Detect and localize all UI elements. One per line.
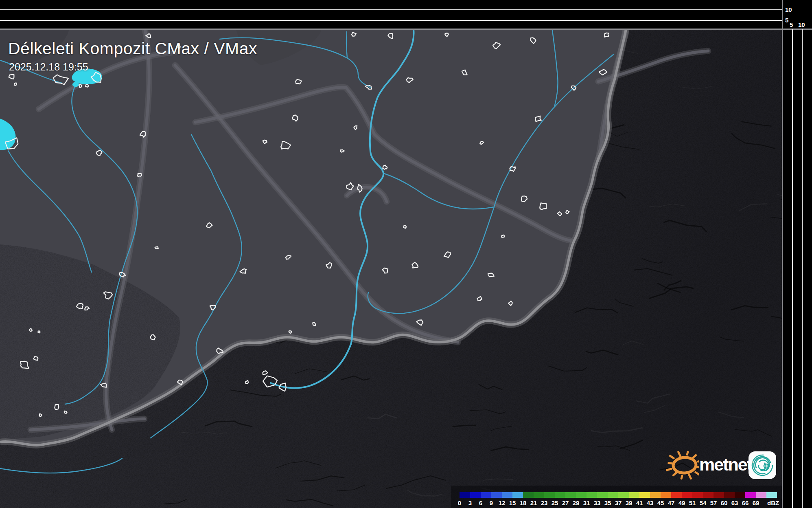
dbz-cell-60 xyxy=(724,492,735,498)
settlement-outline xyxy=(462,70,467,75)
settlement-outline xyxy=(263,140,267,144)
dbz-tick-label: 33 xyxy=(594,499,601,506)
settlement-outline xyxy=(281,141,291,149)
dbz-tick-label: 47 xyxy=(668,499,675,506)
settlement-outline xyxy=(540,203,547,209)
dbz-cell-39 xyxy=(629,492,639,498)
dbz-tick-label: 37 xyxy=(615,499,622,506)
settlement-outline xyxy=(501,235,504,238)
dbz-colorbar xyxy=(460,492,777,498)
settlement-outline xyxy=(508,301,512,306)
settlement-outline xyxy=(445,33,449,37)
dbz-cell-25 xyxy=(555,492,565,498)
dbz-cell-27 xyxy=(565,492,576,498)
settlement-outline xyxy=(521,196,527,202)
settlement-outline xyxy=(341,150,344,152)
dbz-cell-15 xyxy=(512,492,523,498)
dbz-cell-18 xyxy=(523,492,534,498)
ruler-h-tick-5 xyxy=(0,20,782,21)
page-title: Délkeleti Kompozit CMax / VMax xyxy=(8,39,257,58)
map-timestamp: 2025.12.18 19:55 xyxy=(9,61,88,73)
dbz-tick-label: 60 xyxy=(721,499,728,506)
ruler-label-h10: 10 xyxy=(798,21,805,28)
dbz-tick-label: 6 xyxy=(479,499,482,506)
settlement-outline xyxy=(388,33,393,39)
dbz-cell-57 xyxy=(714,492,724,498)
dbz-tick-label: 35 xyxy=(604,499,611,506)
lake-2 xyxy=(0,117,15,150)
dbz-tick-label: 69 xyxy=(753,499,759,506)
metnet-app-icon xyxy=(748,451,777,479)
settlement-outline xyxy=(366,85,372,89)
settlement-outline xyxy=(488,273,494,277)
dbz-cell-35 xyxy=(608,492,618,498)
dbz-unit-label: dBZ xyxy=(767,499,779,506)
dbz-cell-41 xyxy=(639,492,650,498)
road-soft-1 xyxy=(39,52,175,109)
settlement-outline xyxy=(604,33,609,37)
dbz-tick-label: 31 xyxy=(583,499,590,506)
dbz-cell-max xyxy=(766,492,777,498)
settlement-outline xyxy=(326,263,331,268)
radar-map-canvas xyxy=(0,29,782,508)
settlement-outline xyxy=(493,42,500,48)
settlement-outline xyxy=(407,78,413,83)
dbz-tick-label: 51 xyxy=(689,499,696,506)
dbz-cell-66 xyxy=(745,492,756,498)
dbz-cell-37 xyxy=(618,492,629,498)
river-8 xyxy=(552,29,558,107)
dbz-tick-label: 63 xyxy=(731,499,738,506)
metnet-wordmark: metnet xyxy=(699,455,752,475)
dbz-cell-49 xyxy=(682,492,692,498)
map-right-frame-line xyxy=(782,0,783,508)
ruler-label-h5: 5 xyxy=(790,21,793,28)
river-5 xyxy=(346,32,347,58)
dbz-cell-69 xyxy=(756,492,766,498)
settlement-outline xyxy=(286,255,291,259)
basemap-svg xyxy=(0,29,782,508)
dbz-cell-43 xyxy=(650,492,661,498)
settlement-outline xyxy=(599,70,607,75)
settlement-outline xyxy=(240,269,246,273)
dbz-tick-label: 15 xyxy=(509,499,516,506)
dbz-tick-label: 27 xyxy=(562,499,569,506)
settlement-outline xyxy=(9,75,14,79)
dbz-cell-31 xyxy=(587,492,597,498)
settlement-outline xyxy=(531,38,536,44)
dbz-tick-label: 18 xyxy=(520,499,527,506)
dbz-tick-label: 9 xyxy=(490,499,493,506)
dbz-cell-12 xyxy=(502,492,512,498)
dbz-tick-label: 41 xyxy=(636,499,643,506)
dbz-cell-47 xyxy=(671,492,682,498)
relief-texture-east xyxy=(0,29,782,508)
dbz-tick-labels: 0369121518212325272931333537394143454749… xyxy=(460,499,781,507)
settlement-outline xyxy=(155,247,158,249)
dbz-tick-label: 45 xyxy=(657,499,664,506)
settlement-outline xyxy=(14,83,17,86)
ruler-h-tick-10 xyxy=(0,9,782,10)
settlement-outline xyxy=(477,297,482,301)
dbz-cell-45 xyxy=(661,492,671,498)
map-top-frame-line xyxy=(0,29,812,30)
settlement-outline xyxy=(354,126,357,130)
settlement-outline xyxy=(292,115,298,121)
settlement-outline xyxy=(535,116,541,121)
dbz-cell-29 xyxy=(576,492,587,498)
road-1 xyxy=(39,52,175,109)
settlement-outline xyxy=(210,305,216,310)
road-2 xyxy=(175,65,458,342)
settlement-outline xyxy=(96,150,102,156)
settlement-outline xyxy=(53,75,69,85)
dbz-cell-51 xyxy=(692,492,703,498)
dbz-tick-label: 49 xyxy=(678,499,685,506)
dbz-tick-label: 3 xyxy=(468,499,472,506)
dbz-tick-label: 21 xyxy=(530,499,537,506)
settlement-outline xyxy=(85,84,88,87)
dbz-cell-3 xyxy=(470,492,481,498)
dbz-cell-63 xyxy=(735,492,745,498)
dbz-cell-6 xyxy=(481,492,491,498)
dbz-cell-0 xyxy=(460,492,470,498)
settlement-outline xyxy=(206,223,212,228)
settlement-outline xyxy=(480,141,484,144)
settlement-outline xyxy=(383,165,387,169)
